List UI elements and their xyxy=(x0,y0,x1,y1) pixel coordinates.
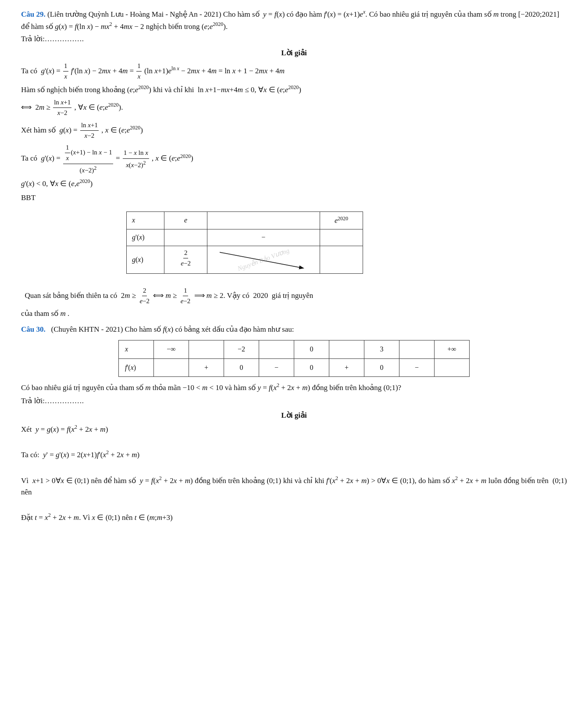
q29-sol3: ⟺ 2m ≥ ln x+1x−2 , ∀x ∈ (e;e2020). xyxy=(21,97,567,118)
svg-line-0 xyxy=(220,252,303,268)
q30-header: Câu 30. (Chuyên KHTN - 2021) Cho hàm số … xyxy=(21,324,567,335)
q30-sol4: Đặt t = x2 + 2x + m. Vì x ∈ (0;1) nên t … xyxy=(21,511,567,523)
q29-section: Câu 29. (Liên trường Quỳnh Lưu - Hoàng M… xyxy=(21,8,567,319)
q29-bbt-table: x e e2020 g'(x) − g(x) 2e−2 xyxy=(126,211,363,274)
q29-sol5: Ta có g'(x) = 1x(x+1) − ln x − 1 (x−2)2 … xyxy=(21,143,567,176)
q29-bbt-container: x e e2020 g'(x) − g(x) 2e−2 xyxy=(69,207,363,278)
q29-conclusion: Quan sát bảng biến thiên ta có 2m ≥ 2e−2… xyxy=(21,286,567,307)
q29-header: Câu 29. (Liên trường Quỳnh Lưu - Hoàng M… xyxy=(21,8,567,32)
q29-number: Câu 29. xyxy=(21,10,46,18)
q30-loi-giai: Lời giải xyxy=(21,410,567,421)
q30-sol1: Xét y = g(x) = f(x2 + 2x + m) xyxy=(21,423,567,435)
q30-sign-table: x −∞ −2 0 3 +∞ f'(x) + 0 − 0 + 0 − xyxy=(118,340,470,377)
q29-loi-giai: Lời giải xyxy=(21,47,567,59)
q29-bbt-label: BBT xyxy=(21,192,567,204)
q30-sol3: Vì x+1 > 0∀x ∈ (0;1) nên để hàm số y = f… xyxy=(21,474,567,498)
q30-section: Câu 30. (Chuyên KHTN - 2021) Cho hàm số … xyxy=(21,324,567,523)
q30-number: Câu 30. xyxy=(21,325,46,333)
q30-source: (Chuyên KHTN - 2021) xyxy=(51,325,123,333)
q30-answer-line: Trả lời:……………. xyxy=(21,395,567,407)
q29-sol1: Ta có g'(x) = 1x f'(ln x) − 2mx + 4m = 1… xyxy=(21,61,567,82)
q29-answer-line: Trả lời:……………. xyxy=(21,33,567,45)
q29-sol6: g'(x) < 0, ∀x ∈ (e,e2020) xyxy=(21,177,567,190)
q29-sol2: Hàm số nghịch biến trong khoảng (e;e2020… xyxy=(21,83,567,96)
q30-prob2: Có bao nhiêu giá trị nguyên của tham số … xyxy=(21,381,567,394)
q29-source: (Liên trường Quỳnh Lưu - Hoàng Mai - Ngh… xyxy=(47,10,221,18)
q30-sol2: Ta có: y' = g'(x) = 2(x+1)f'(x2 + 2x + m… xyxy=(21,448,567,461)
decreasing-arrow xyxy=(215,249,312,271)
q29-conclusion2: của tham số m . xyxy=(21,308,567,319)
q29-sol4: Xét hàm số g(x) = ln x+1x−2 , x ∈ (e;e20… xyxy=(21,120,567,141)
